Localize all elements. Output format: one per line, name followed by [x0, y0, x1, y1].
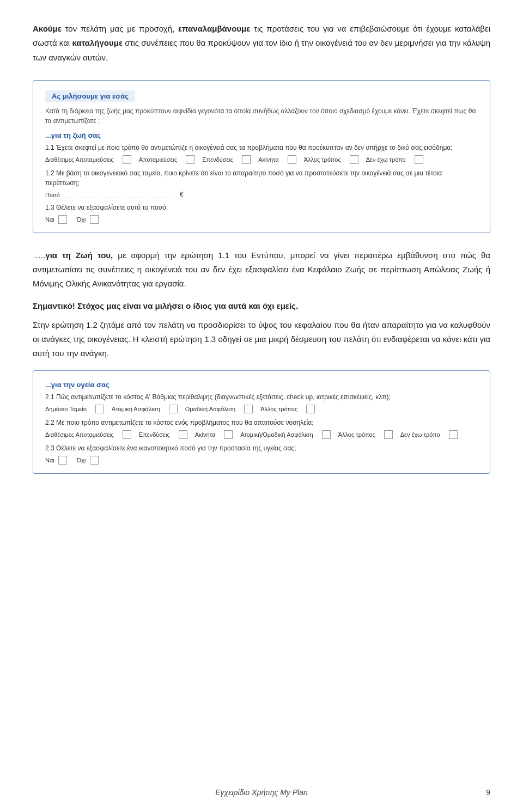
- checkbox-other-way-2[interactable]: [306, 405, 315, 413]
- footer-page: 9: [486, 788, 490, 797]
- intro-bold-2: επαναλαμβάνουμε: [174, 24, 250, 33]
- form-question-2-3: 2.3 Θέλετε να εξασφαλίσετε ένα ικανοποιη…: [45, 443, 478, 453]
- footer: Εγχειρίδιο Χρήσης My Plan: [0, 788, 523, 797]
- intro-rest-1: τον πελάτη μας με προσοχή,: [62, 24, 174, 33]
- checkbox-public-fund[interactable]: [95, 405, 104, 413]
- important-line: Σημαντικό! Στόχος μας είναι να μιλήσει ο…: [33, 301, 490, 310]
- form-section-1-title: ...για τη ζωή σας: [45, 131, 478, 139]
- form-question-1-3: 1.3 Θέλετε να εξασφαλίσετε αυτό το ποσό;: [45, 203, 478, 212]
- intro-bold-3: καταλήγουμε: [70, 38, 123, 47]
- field-label-investments-2: Επενδύσεις: [139, 431, 170, 438]
- field-label-investments: Επενδύσεις: [202, 156, 233, 163]
- form-no-2: Όχι: [77, 456, 99, 465]
- checkbox-other-way-3[interactable]: [384, 430, 393, 439]
- field-label-other-way-2: Άλλος τρόπος: [260, 406, 297, 412]
- checkbox-group-insurance[interactable]: [244, 405, 253, 413]
- yes-label-1: Ναι: [45, 216, 54, 223]
- checkbox-no-1[interactable]: [90, 215, 99, 224]
- checkbox-savings-avail-2[interactable]: [123, 430, 131, 439]
- amount-label: Ποσό: [45, 192, 60, 198]
- field-label-savings-avail-2: Διαθέσιμες Αποταμιεύσεις: [45, 431, 114, 438]
- form-row-1-1: Διαθέσιμες Αποταμιεύσεις Αποταμιεύσεις Ε…: [45, 155, 478, 164]
- field-label-real-estate: Ακίνητα: [258, 156, 278, 163]
- checkbox-real-estate-2[interactable]: [224, 430, 233, 439]
- form-question-1-2: 1.2 Με βάση το οικογενειακό σας ταμείο, …: [45, 168, 478, 188]
- field-label-group-insurance: Ομαδική Ασφάλιση: [185, 406, 235, 412]
- form-yesno-row-2: Ναι Όχι: [45, 456, 478, 465]
- field-label-other-way: Άλλος τρόπος: [304, 156, 341, 163]
- field-label-personal-group-ins: Ατομική/Ομαδική Ασφάλιση: [240, 431, 313, 438]
- form-yes-1: Ναι: [45, 215, 67, 224]
- body-paragraph-1: …..για τη Ζωή του, με αφορμή την ερώτηση…: [33, 248, 490, 291]
- field-label-public-fund: Δημόσιο Ταμείο: [45, 406, 87, 412]
- form-question-2-1: 2.1 Πώς αντιμετωπίζετε το κόστος Α' Βάθμ…: [45, 392, 478, 402]
- amount-dotted-line: [65, 191, 174, 198]
- form-question-2-2: 2.2 Με ποιο τρόπο αντιμετωπίζετε το κόστ…: [45, 418, 478, 428]
- form-row-2-1: Δημόσιο Ταμείο Ατομική Ασφάλιση Ομαδική …: [45, 405, 478, 413]
- checkbox-savings-avail[interactable]: [123, 155, 131, 164]
- field-label-other-way-3: Άλλος τρόπος: [338, 431, 375, 438]
- field-label-personal-insurance: Ατομική Ασφάλιση: [112, 406, 160, 412]
- checkbox-personal-group-ins[interactable]: [322, 430, 331, 439]
- field-label-real-estate-2: Ακίνητα: [195, 431, 215, 438]
- field-label-savings-avail: Διαθέσιμες Αποταμιεύσεις: [45, 156, 114, 163]
- form-box-life: Ας μιλήσουμε για εσάς Κατά τη διάρκεια τ…: [33, 80, 490, 233]
- field-label-savings: Αποταμιεύσεις: [139, 156, 177, 163]
- form-box-health: ...για την υγεία σας 2.1 Πώς αντιμετωπίζ…: [33, 370, 490, 474]
- body-paragraph-2: Στην ερώτηση 1.2 ζητάμε από τον πελάτη ν…: [33, 318, 490, 361]
- footer-text: Εγχειρίδιο Χρήσης My Plan: [215, 788, 308, 797]
- form-no-1: Όχι: [77, 215, 99, 224]
- dots-prefix-1: …..: [33, 251, 45, 260]
- form-question-1-1: 1.1 Έχετε σκεφτεί με ποιο τρόπο θα αντιμ…: [45, 143, 478, 152]
- form-yes-2: Ναι: [45, 456, 67, 465]
- no-label-2: Όχι: [77, 457, 86, 463]
- checkbox-investments-2[interactable]: [179, 430, 187, 439]
- form-section-2-title: ...για την υγεία σας: [45, 381, 478, 389]
- yes-label-2: Ναι: [45, 457, 54, 463]
- amount-row: Ποσό €: [45, 191, 478, 198]
- checkbox-no-way-2[interactable]: [449, 430, 458, 439]
- checkbox-other-way[interactable]: [350, 155, 358, 164]
- checkbox-yes-1[interactable]: [58, 215, 67, 224]
- checkbox-no-way[interactable]: [415, 155, 423, 164]
- intro-paragraph: Ακούμε τον πελάτη μας με προσοχή, επαναλ…: [33, 22, 490, 65]
- body1-bold: για τη Ζωή του,: [45, 251, 113, 260]
- no-label-1: Όχι: [77, 216, 86, 223]
- form-box-1-intro: Κατά τη διάρκεια της ζωής μας προκύπτουν…: [45, 106, 478, 126]
- form-yesno-row-1: Ναι Όχι: [45, 215, 478, 224]
- checkbox-savings[interactable]: [186, 155, 194, 164]
- form-row-2-2: Διαθέσιμες Αποταμιεύσεις Επενδύσεις Ακίν…: [45, 430, 478, 439]
- checkbox-yes-2[interactable]: [58, 456, 67, 465]
- checkbox-real-estate[interactable]: [288, 155, 296, 164]
- field-label-no-way-2: Δεν έχω τρόπο: [400, 431, 440, 438]
- amount-currency: €: [180, 191, 184, 198]
- checkbox-personal-insurance[interactable]: [169, 405, 178, 413]
- field-label-no-way: Δεν έχω τρόπο: [366, 156, 406, 163]
- form-box-1-title: Ας μιλήσουμε για εσάς: [45, 90, 135, 102]
- intro-bold-1: Ακούμε: [33, 24, 62, 33]
- checkbox-no-2[interactable]: [90, 456, 99, 465]
- important-text: Στόχος μας είναι να μιλήσει ο ίδιος για …: [75, 301, 298, 310]
- checkbox-investments[interactable]: [242, 155, 251, 164]
- important-prefix: Σημαντικό!: [33, 301, 75, 310]
